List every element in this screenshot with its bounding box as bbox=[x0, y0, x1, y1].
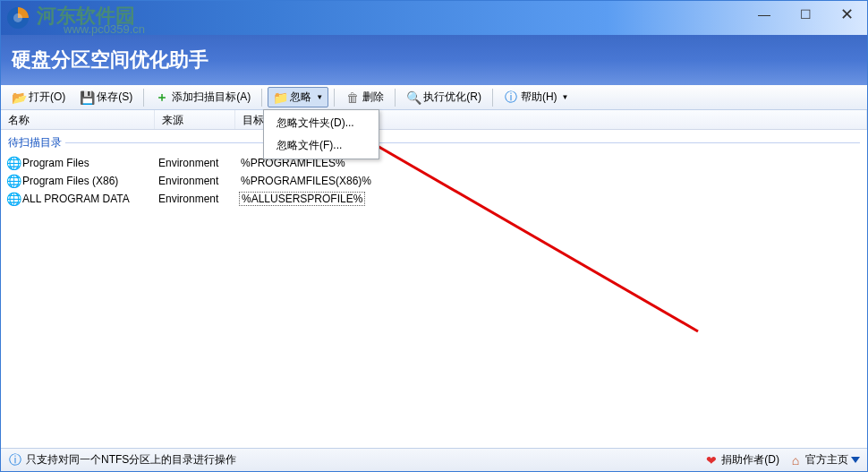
run-label: 执行优化(R) bbox=[423, 90, 481, 105]
delete-label: 删除 bbox=[362, 90, 384, 105]
folder-open-icon: 📂 bbox=[12, 90, 26, 105]
status-hint: ⓘ 只支持对同一个NTFS分区上的目录进行操作 bbox=[8, 452, 236, 468]
save-label: 保存(S) bbox=[97, 90, 132, 105]
status-links: ❤ 捐助作者(D) ⌂ 官方主页 bbox=[704, 452, 860, 468]
close-button[interactable]: ✕ bbox=[826, 1, 867, 28]
status-text: 只支持对同一个NTFS分区上的目录进行操作 bbox=[26, 452, 236, 468]
column-name[interactable]: 名称 bbox=[1, 110, 155, 129]
titlebar: 河东软件园 www.pc0359.cn — ☐ ✕ bbox=[1, 1, 867, 35]
separator bbox=[395, 89, 396, 107]
add-label: 添加扫描目标(A) bbox=[172, 90, 251, 105]
separator bbox=[143, 89, 144, 107]
donate-label: 捐助作者(D) bbox=[721, 452, 779, 468]
content-area: 待扫描目录 🌐 Program Files Environment %PROGR… bbox=[1, 130, 867, 448]
open-button[interactable]: 📂 打开(O) bbox=[6, 87, 71, 107]
ignore-folder-item[interactable]: 忽略文件夹(D)... bbox=[266, 112, 377, 134]
donate-link[interactable]: ❤ 捐助作者(D) bbox=[704, 452, 779, 468]
toolbar: 📂 打开(O) 💾 保存(S) ＋ 添加扫描目标(A) 📁 忽略 ▼ 🗑 删除 … bbox=[1, 85, 867, 110]
table-row[interactable]: 🌐 ALL PROGRAM DATA Environment %ALLUSERS… bbox=[1, 190, 867, 208]
ignore-dropdown-menu: 忽略文件夹(D)... 忽略文件(F)... bbox=[263, 109, 379, 159]
add-target-button[interactable]: ＋ 添加扫描目标(A) bbox=[149, 87, 256, 107]
open-label: 打开(O) bbox=[29, 90, 65, 105]
table-row[interactable]: 🌐 Program Files (X86) Environment %PROGR… bbox=[1, 172, 867, 190]
row-name: Program Files bbox=[22, 157, 158, 169]
chevron-down-icon: ▼ bbox=[562, 93, 569, 101]
row-source: Environment bbox=[158, 157, 239, 169]
svg-point-1 bbox=[13, 13, 22, 22]
group-label-text: 待扫描目录 bbox=[8, 135, 62, 150]
save-button[interactable]: 💾 保存(S) bbox=[74, 87, 138, 107]
group-header: 待扫描目录 bbox=[1, 130, 867, 154]
app-title: 硬盘分区空间优化助手 bbox=[12, 47, 208, 73]
table-row[interactable]: 🌐 Program Files Environment %PROGRAMFILE… bbox=[1, 154, 867, 172]
homepage-label: 官方主页 bbox=[805, 452, 848, 468]
app-logo bbox=[1, 1, 35, 35]
maximize-button[interactable]: ☐ bbox=[785, 1, 826, 28]
chevron-down-icon: ▼ bbox=[316, 93, 323, 101]
heart-icon: ❤ bbox=[704, 453, 719, 468]
ignore-file-item[interactable]: 忽略文件(F)... bbox=[266, 134, 377, 157]
window-controls: — ☐ ✕ bbox=[744, 1, 867, 28]
separator bbox=[261, 89, 262, 107]
help-button[interactable]: ⓘ 帮助(H) ▼ bbox=[498, 87, 574, 107]
separator bbox=[492, 89, 493, 107]
watermark-url: www.pc0359.cn bbox=[64, 22, 145, 36]
column-source[interactable]: 来源 bbox=[155, 110, 235, 129]
ignore-button[interactable]: 📁 忽略 ▼ bbox=[268, 87, 328, 107]
info-icon: ⓘ bbox=[8, 453, 22, 468]
run-button[interactable]: 🔍 执行优化(R) bbox=[401, 87, 487, 107]
row-name: Program Files (X86) bbox=[22, 175, 158, 187]
row-source: Environment bbox=[158, 193, 239, 205]
globe-icon: 🌐 bbox=[4, 192, 22, 206]
help-label: 帮助(H) bbox=[521, 90, 557, 105]
help-icon: ⓘ bbox=[504, 90, 518, 105]
row-source: Environment bbox=[158, 175, 239, 187]
home-icon: ⌂ bbox=[788, 453, 803, 468]
delete-icon: 🗑 bbox=[345, 90, 360, 105]
app-window: 河东软件园 www.pc0359.cn — ☐ ✕ 硬盘分区空间优化助手 📂 打… bbox=[0, 0, 868, 472]
save-icon: 💾 bbox=[80, 90, 94, 105]
globe-icon: 🌐 bbox=[4, 174, 22, 188]
folder-icon: 📁 bbox=[273, 90, 287, 105]
row-path: %ALLUSERSPROFILE% bbox=[239, 192, 365, 206]
globe-icon: 🌐 bbox=[4, 156, 22, 170]
delete-button[interactable]: 🗑 删除 bbox=[340, 87, 389, 107]
app-header: 硬盘分区空间优化助手 bbox=[1, 35, 867, 85]
row-path: %PROGRAMFILES(X86)% bbox=[239, 175, 373, 187]
group-divider bbox=[65, 142, 860, 143]
columns-header: 名称 来源 目标路 bbox=[1, 110, 867, 130]
ignore-label: 忽略 bbox=[290, 90, 311, 105]
row-name: ALL PROGRAM DATA bbox=[22, 193, 158, 205]
homepage-link[interactable]: ⌂ 官方主页 bbox=[788, 452, 860, 468]
statusbar: ⓘ 只支持对同一个NTFS分区上的目录进行操作 ❤ 捐助作者(D) ⌂ 官方主页 bbox=[1, 448, 867, 471]
plus-icon: ＋ bbox=[155, 90, 169, 105]
minimize-button[interactable]: — bbox=[744, 1, 785, 28]
magnifier-icon: 🔍 bbox=[406, 90, 421, 105]
triangle-icon bbox=[851, 457, 860, 463]
separator bbox=[334, 89, 335, 107]
